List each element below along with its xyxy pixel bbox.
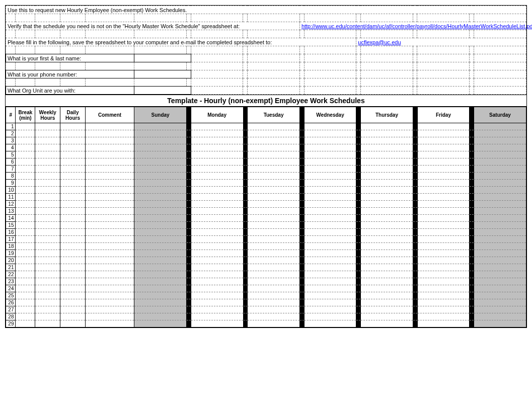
- day-cell[interactable]: [248, 313, 300, 320]
- day-cell[interactable]: [474, 257, 526, 264]
- day-cell[interactable]: [191, 306, 243, 313]
- day-cell[interactable]: [304, 187, 356, 194]
- day-cell[interactable]: [191, 292, 243, 299]
- day-cell[interactable]: [134, 257, 187, 264]
- cell[interactable]: [16, 144, 35, 151]
- day-cell[interactable]: [474, 285, 526, 292]
- day-cell[interactable]: [304, 236, 356, 243]
- cell[interactable]: [16, 236, 35, 243]
- day-cell[interactable]: [474, 208, 526, 215]
- day-cell[interactable]: [417, 313, 470, 320]
- cell[interactable]: [35, 208, 60, 215]
- cell[interactable]: [35, 173, 60, 180]
- day-cell[interactable]: [474, 299, 526, 306]
- day-cell[interactable]: [191, 194, 243, 201]
- day-cell[interactable]: [304, 257, 356, 264]
- day-cell[interactable]: [361, 187, 413, 194]
- cell[interactable]: [85, 137, 134, 144]
- day-cell[interactable]: [304, 229, 356, 236]
- day-cell[interactable]: [474, 313, 526, 320]
- cell[interactable]: [35, 123, 60, 130]
- day-cell[interactable]: [361, 208, 413, 215]
- cell[interactable]: [60, 215, 86, 222]
- day-cell[interactable]: [361, 292, 413, 299]
- day-cell[interactable]: [474, 151, 526, 158]
- day-cell[interactable]: [248, 215, 300, 222]
- day-cell[interactable]: [361, 257, 413, 264]
- day-cell[interactable]: [417, 243, 470, 250]
- day-cell[interactable]: [361, 250, 413, 257]
- day-cell[interactable]: [417, 229, 470, 236]
- day-cell[interactable]: [134, 306, 187, 313]
- cell[interactable]: [35, 243, 60, 250]
- day-cell[interactable]: [134, 151, 187, 158]
- cell[interactable]: [35, 137, 60, 144]
- cell[interactable]: [16, 320, 35, 327]
- cell[interactable]: [35, 257, 60, 264]
- cell[interactable]: [85, 144, 134, 151]
- cell[interactable]: [16, 173, 35, 180]
- day-cell[interactable]: [191, 264, 243, 271]
- cell[interactable]: [35, 201, 60, 208]
- day-cell[interactable]: [191, 236, 243, 243]
- day-cell[interactable]: [417, 236, 470, 243]
- cell[interactable]: [85, 208, 134, 215]
- day-cell[interactable]: [304, 151, 356, 158]
- day-cell[interactable]: [134, 208, 187, 215]
- day-cell[interactable]: [304, 194, 356, 201]
- cell[interactable]: [35, 271, 60, 278]
- cell[interactable]: [85, 173, 134, 180]
- cell[interactable]: [60, 264, 86, 271]
- cell[interactable]: [85, 158, 134, 166]
- cell[interactable]: [60, 137, 86, 144]
- day-cell[interactable]: [191, 278, 243, 285]
- cell[interactable]: [85, 123, 134, 130]
- cell[interactable]: [60, 180, 86, 187]
- cell[interactable]: [16, 215, 35, 222]
- day-cell[interactable]: [361, 215, 413, 222]
- day-cell[interactable]: [134, 320, 187, 327]
- day-cell[interactable]: [474, 144, 526, 151]
- day-cell[interactable]: [248, 208, 300, 215]
- cell[interactable]: [60, 229, 86, 236]
- cell[interactable]: [85, 278, 134, 285]
- day-cell[interactable]: [361, 137, 413, 144]
- day-cell[interactable]: [134, 180, 187, 187]
- day-cell[interactable]: [134, 194, 187, 201]
- cell[interactable]: [85, 194, 134, 201]
- cell[interactable]: [60, 299, 86, 306]
- cell[interactable]: [85, 299, 134, 306]
- cell[interactable]: [16, 222, 35, 229]
- cell[interactable]: [85, 151, 134, 158]
- master-schedule-link[interactable]: http://www.uc.edu/content/dam/uc/af/cont…: [301, 23, 532, 29]
- day-cell[interactable]: [361, 130, 413, 137]
- cell[interactable]: [35, 194, 60, 201]
- day-cell[interactable]: [474, 194, 526, 201]
- day-cell[interactable]: [134, 243, 187, 250]
- cell[interactable]: [60, 250, 86, 257]
- day-cell[interactable]: [304, 173, 356, 180]
- day-cell[interactable]: [361, 299, 413, 306]
- day-cell[interactable]: [248, 320, 300, 327]
- day-cell[interactable]: [361, 222, 413, 229]
- day-cell[interactable]: [248, 173, 300, 180]
- day-cell[interactable]: [361, 158, 413, 166]
- day-cell[interactable]: [417, 151, 470, 158]
- day-cell[interactable]: [191, 123, 243, 130]
- day-cell[interactable]: [417, 278, 470, 285]
- cell[interactable]: [16, 151, 35, 158]
- cell[interactable]: [16, 264, 35, 271]
- day-cell[interactable]: [304, 306, 356, 313]
- day-cell[interactable]: [134, 250, 187, 257]
- cell[interactable]: [35, 180, 60, 187]
- cell[interactable]: [85, 215, 134, 222]
- cell[interactable]: [60, 151, 86, 158]
- input-org[interactable]: [134, 87, 191, 95]
- cell[interactable]: [16, 180, 35, 187]
- day-cell[interactable]: [361, 236, 413, 243]
- day-cell[interactable]: [191, 285, 243, 292]
- day-cell[interactable]: [248, 250, 300, 257]
- day-cell[interactable]: [474, 243, 526, 250]
- input-name[interactable]: [134, 54, 191, 62]
- cell[interactable]: [85, 130, 134, 137]
